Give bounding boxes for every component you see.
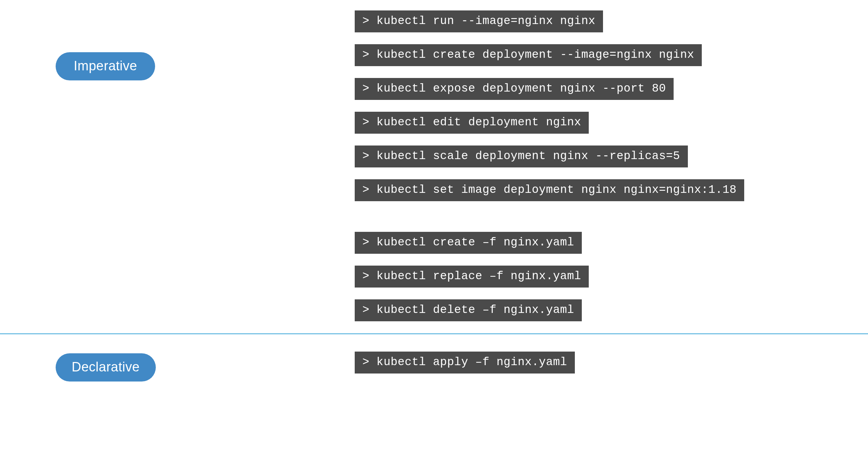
imperative-commands: > kubectl run --image=nginx nginx > kube… <box>355 10 854 321</box>
declarative-label-col: Declarative <box>56 352 355 382</box>
imperative-label-col: Imperative <box>56 10 355 80</box>
command-line: > kubectl create –f nginx.yaml <box>355 232 582 254</box>
command-line: > kubectl run --image=nginx nginx <box>355 10 603 32</box>
command-line: > kubectl apply –f nginx.yaml <box>355 352 575 374</box>
declarative-pill: Declarative <box>56 353 156 382</box>
imperative-section: Imperative > kubectl run --image=nginx n… <box>0 0 868 333</box>
imperative-pill: Imperative <box>56 52 155 80</box>
slide: Imperative > kubectl run --image=nginx n… <box>0 0 868 456</box>
command-line: > kubectl set image deployment nginx ngi… <box>355 179 744 201</box>
group-spacer <box>355 213 854 220</box>
declarative-commands: > kubectl apply –f nginx.yaml <box>355 352 854 374</box>
command-line: > kubectl edit deployment nginx <box>355 112 589 134</box>
command-line: > kubectl create deployment --image=ngin… <box>355 44 702 66</box>
command-line: > kubectl delete –f nginx.yaml <box>355 299 582 321</box>
command-line: > kubectl replace –f nginx.yaml <box>355 266 589 288</box>
declarative-section: Declarative > kubectl apply –f nginx.yam… <box>0 334 868 399</box>
command-line: > kubectl scale deployment nginx --repli… <box>355 146 688 167</box>
command-line: > kubectl expose deployment nginx --port… <box>355 78 674 100</box>
